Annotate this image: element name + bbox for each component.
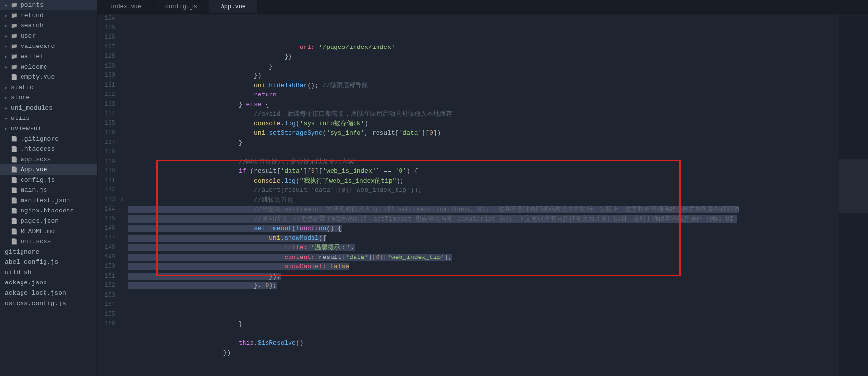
tree-label: config.js bbox=[21, 176, 55, 184]
file-icon bbox=[11, 208, 18, 214]
code-line[interactable]: //sysid，后续每个接口都需要，所以在应用启动的时候放入本地缓存 bbox=[128, 109, 839, 119]
code-line[interactable]: }, 0); bbox=[128, 281, 839, 291]
tree-label: points bbox=[21, 1, 44, 9]
tree-label: store bbox=[11, 94, 30, 101]
code-line[interactable]: //alert(result['data'][0]['web_index_tip… bbox=[128, 186, 839, 195]
tree-label: abel.config.js bbox=[5, 258, 58, 266]
tree-file[interactable]: manifest.json bbox=[0, 195, 97, 206]
tree-file[interactable]: main.js bbox=[0, 185, 97, 195]
tree-folder[interactable]: ▸wallet bbox=[0, 51, 97, 62]
code-line[interactable]: url: '/pages/index/index' bbox=[128, 43, 839, 52]
tree-file[interactable]: app.scss bbox=[0, 154, 97, 164]
file-icon bbox=[11, 146, 18, 153]
file-icon bbox=[11, 177, 18, 184]
tree-file[interactable]: empty.vue bbox=[0, 72, 97, 82]
tree-folder[interactable]: ▸static bbox=[0, 82, 97, 93]
tree-folder[interactable]: ▸user bbox=[0, 31, 97, 41]
code-line[interactable]: console.log("我执行了web_is_index的tip"); bbox=[128, 176, 839, 186]
tree-file[interactable]: config.js bbox=[0, 175, 97, 185]
tree-label: valuecard bbox=[21, 43, 55, 50]
code-line[interactable]: }) bbox=[128, 71, 839, 81]
tree-folder[interactable]: ▸utils bbox=[0, 113, 97, 123]
tree-folder[interactable]: ▸refund bbox=[0, 10, 97, 21]
code-line[interactable]: } bbox=[128, 138, 839, 148]
code-line[interactable]: if (result['data'][0]['web_is_index'] ==… bbox=[128, 166, 839, 176]
tree-file[interactable]: uni.scss bbox=[0, 236, 97, 247]
code-line[interactable]: }) bbox=[128, 348, 839, 358]
code-line[interactable]: }); bbox=[128, 272, 839, 282]
code-line[interactable]: //当您将 setTimeout 的延迟时间设置为0（即 setTimeout(… bbox=[128, 205, 839, 214]
tree-file[interactable]: README.md bbox=[0, 226, 97, 236]
file-explorer[interactable]: ▸points▸refund▸search▸user▸valuecard▸wal… bbox=[0, 0, 98, 376]
minimap[interactable] bbox=[839, 14, 868, 376]
code-area[interactable]: url: '/pages/index/index' }) } }) uni.hi… bbox=[125, 14, 839, 376]
chevron-right-icon: ▸ bbox=[5, 126, 10, 132]
tab[interactable]: config.js bbox=[154, 0, 209, 13]
file-icon bbox=[11, 197, 18, 204]
code-line[interactable]: return bbox=[128, 90, 839, 100]
code-line[interactable] bbox=[128, 291, 839, 301]
tree-file[interactable]: ackage-lock.json bbox=[0, 288, 97, 298]
file-icon bbox=[11, 238, 18, 245]
tree-file[interactable]: uild.sh bbox=[0, 267, 97, 278]
tree-folder[interactable]: ▸points bbox=[0, 0, 97, 10]
code-line[interactable]: content: result['data'][0]['web_index_ti… bbox=[128, 253, 839, 262]
tree-label: search bbox=[21, 22, 44, 29]
folder-icon bbox=[11, 2, 18, 9]
minimap-viewport[interactable] bbox=[839, 159, 868, 213]
code-line[interactable] bbox=[128, 300, 839, 310]
tree-file[interactable]: App.vue bbox=[0, 164, 97, 175]
tree-folder[interactable]: ▸search bbox=[0, 21, 97, 31]
tree-label: uild.sh bbox=[5, 269, 32, 276]
tab[interactable]: App.vue bbox=[209, 0, 258, 13]
code-line[interactable] bbox=[128, 147, 839, 157]
tree-file[interactable]: nginx.htaccess bbox=[0, 206, 97, 216]
code-line[interactable]: } bbox=[128, 319, 839, 329]
editor-main: index.vueconfig.jsApp.vue 12412512612712… bbox=[98, 0, 868, 376]
code-line[interactable]: } else { bbox=[128, 100, 839, 110]
tab[interactable]: index.vue bbox=[98, 0, 154, 13]
code-line[interactable]: }) bbox=[128, 52, 839, 62]
chevron-right-icon: ▸ bbox=[5, 105, 10, 111]
code-line[interactable]: //换句话说，即使您设置了0毫秒的延迟，setTimeout 也会等到当前 Ja… bbox=[128, 214, 839, 224]
file-icon bbox=[11, 187, 18, 194]
folder-icon bbox=[11, 12, 18, 19]
code-line[interactable]: console.log('sys_info被存储ok') bbox=[128, 119, 839, 129]
tree-file[interactable]: gitignore bbox=[0, 247, 97, 257]
fold-column: ⊟⊟⊟⊟ bbox=[119, 14, 125, 376]
tree-label: empty.vue bbox=[21, 73, 55, 81]
tree-file[interactable]: abel.config.js bbox=[0, 257, 97, 267]
code-line[interactable]: //网页首页提示，是否提示以及提示内容 bbox=[128, 157, 839, 167]
tree-file[interactable]: pages.json bbox=[0, 216, 97, 226]
chevron-right-icon: ▸ bbox=[5, 23, 10, 29]
code-line[interactable]: title: '温馨提示：', bbox=[128, 243, 839, 253]
code-line[interactable]: uni.showModal({ bbox=[128, 234, 839, 243]
tree-folder[interactable]: ▸uview-ui bbox=[0, 123, 97, 134]
code-line[interactable]: this.$isResolve() bbox=[128, 338, 839, 348]
tree-label: uni_modules bbox=[11, 104, 53, 112]
tree-folder[interactable]: ▸store bbox=[0, 93, 97, 103]
code-line[interactable]: } bbox=[128, 62, 839, 71]
chevron-right-icon: ▸ bbox=[5, 44, 10, 49]
tree-file[interactable]: .htaccess bbox=[0, 144, 97, 154]
file-icon bbox=[11, 74, 18, 81]
chevron-right-icon: ▸ bbox=[5, 116, 10, 121]
tree-folder[interactable]: ▸uni_modules bbox=[0, 103, 97, 113]
tree-file[interactable]: ackage.json bbox=[0, 278, 97, 288]
file-icon bbox=[11, 218, 18, 225]
tree-file[interactable]: .gitignore bbox=[0, 134, 97, 144]
code-line[interactable] bbox=[128, 329, 839, 339]
code-line[interactable]: uni.hideTabBar(); //隐藏底部导航 bbox=[128, 81, 839, 91]
code-line[interactable]: setTimeout(function() { bbox=[128, 224, 839, 234]
tree-file[interactable]: ostcss.config.js bbox=[0, 298, 97, 308]
code-line[interactable] bbox=[128, 310, 839, 320]
code-line[interactable]: //跳转到首页 bbox=[128, 195, 839, 205]
tree-label: gitignore bbox=[5, 248, 39, 256]
file-icon bbox=[11, 156, 18, 163]
code-line[interactable]: uni.setStorageSync('sys_info', result['d… bbox=[128, 128, 839, 138]
tree-folder[interactable]: ▸valuecard bbox=[0, 41, 97, 51]
tree-folder[interactable]: ▸welcome bbox=[0, 62, 97, 72]
code-line[interactable]: showCancel: false bbox=[128, 262, 839, 272]
tree-label: uview-ui bbox=[11, 125, 41, 132]
folder-icon bbox=[11, 23, 18, 29]
